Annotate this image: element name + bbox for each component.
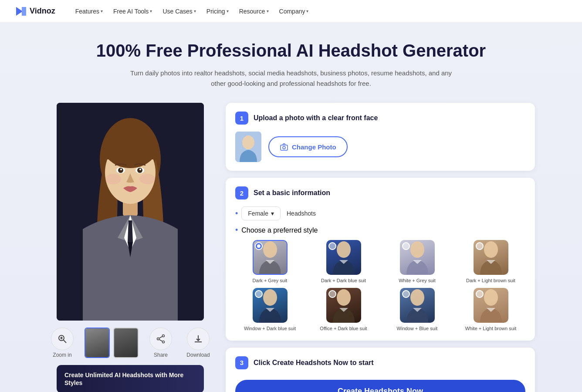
nav-item-company[interactable]: Company ▾ [275, 5, 313, 17]
style-label-7: White + Light brown suit [465, 325, 517, 331]
bullet-icon: • [235, 226, 238, 235]
style-radio-7 [476, 290, 484, 298]
style-item-2[interactable]: White + Grey suit [382, 240, 452, 284]
svg-point-11 [105, 174, 121, 184]
style-label-1: Dark + Dark blue suit [321, 277, 366, 284]
hero-subtitle: Turn daily photos into realtor headshots… [125, 68, 457, 89]
svg-point-28 [263, 241, 277, 258]
svg-point-31 [484, 241, 498, 258]
step3-badge: 3 [235, 356, 248, 369]
style-item-1[interactable]: Dark + Dark blue suit [309, 240, 378, 284]
navbar: Vidnoz Features ▾ Free AI Tools ▾ Use Ca… [0, 0, 582, 23]
chevron-down-icon: ▾ [194, 9, 196, 14]
style-label-0: Dark + Grey suit [253, 277, 288, 284]
hero-title: 100% Free Professional AI Headshot Gener… [9, 40, 573, 61]
svg-point-7 [118, 168, 123, 173]
headshots-label: Headshots [287, 210, 316, 217]
style-item-4[interactable]: Window + Dark blue suit [235, 288, 305, 331]
download-icon [187, 328, 210, 350]
action-bar: Zoom in Share [47, 328, 213, 358]
chevron-down-icon: ▾ [101, 9, 103, 14]
controls-section: 1 Upload a photo with a clear front face… [226, 103, 535, 392]
chevron-down-icon: ▾ [267, 9, 269, 14]
step3-header: 3 Click Create Headshots Now to start [235, 356, 525, 369]
create-headshots-button[interactable]: Create Headshots Now [235, 380, 525, 392]
headshot-image [57, 103, 204, 321]
nav-item-free-ai-tools[interactable]: Free AI Tools ▾ [109, 5, 156, 17]
bullet-icon: • [235, 209, 238, 218]
style-item-6[interactable]: Window + Blue suit [382, 288, 452, 331]
style-section-header: • Choose a preferred style [235, 226, 525, 235]
chevron-down-icon: ▾ [150, 9, 152, 14]
svg-rect-26 [281, 145, 288, 150]
share-icon [149, 328, 172, 350]
nav-item-pricing[interactable]: Pricing ▾ [202, 5, 233, 17]
style-radio-5 [328, 290, 336, 298]
thumbnail-1[interactable] [85, 328, 110, 358]
style-radio-1 [328, 242, 336, 250]
nav-item-resource[interactable]: Resource ▾ [235, 5, 273, 17]
svg-line-20 [159, 337, 162, 338]
step3-title: Click Create Headshots Now to start [254, 359, 374, 367]
style-item-0[interactable]: Dark + Grey suit [235, 240, 305, 284]
svg-point-19 [157, 338, 159, 340]
change-photo-button[interactable]: Change Photo [268, 136, 348, 157]
svg-point-8 [137, 168, 142, 173]
nav-item-use-cases[interactable]: Use Cases ▾ [158, 5, 200, 17]
step1-title: Upload a photo with a clear front face [254, 114, 378, 122]
style-item-5[interactable]: Office + Dark blue suit [309, 288, 378, 331]
style-section-label: Choose a preferred style [241, 226, 318, 234]
svg-point-29 [337, 241, 351, 258]
svg-point-27 [283, 146, 285, 149]
svg-point-32 [263, 289, 277, 306]
logo[interactable]: Vidnoz [14, 5, 55, 18]
zoom-in-button[interactable]: Zoom in [47, 328, 78, 358]
svg-point-25 [242, 135, 254, 149]
photo-section: Zoom in Share [47, 103, 213, 392]
step2-badge: 2 [235, 186, 248, 199]
share-button[interactable]: Share [146, 328, 176, 358]
upload-row: Change Photo [235, 132, 525, 162]
svg-point-18 [162, 341, 165, 343]
download-button[interactable]: Download [183, 328, 213, 358]
gender-row: • Female ▾ Headshots [235, 206, 525, 220]
style-label-2: White + Grey suit [399, 277, 436, 284]
style-radio-4 [255, 290, 263, 298]
style-item-7[interactable]: White + Light brown suit [456, 288, 525, 331]
gender-select[interactable]: Female ▾ [241, 206, 281, 220]
camera-icon [280, 142, 288, 151]
svg-point-9 [120, 169, 122, 170]
step2-title: Set a basic information [254, 189, 330, 197]
avatar-image [235, 132, 261, 162]
style-label-5: Office + Dark blue suit [320, 325, 367, 331]
svg-point-33 [337, 289, 351, 306]
style-item-3[interactable]: Dark + Light brown suit [456, 240, 525, 284]
logo-text: Vidnoz [30, 7, 55, 16]
step2-header: 2 Set a basic information [235, 186, 525, 199]
style-radio-3 [476, 242, 484, 250]
svg-point-12 [139, 174, 155, 184]
style-label-3: Dark + Light brown suit [466, 277, 515, 284]
svg-line-21 [159, 340, 162, 341]
chevron-down-icon: ▾ [271, 210, 274, 217]
step1-card: 1 Upload a photo with a clear front face… [226, 103, 535, 171]
thumbnail-2[interactable] [113, 328, 139, 358]
style-label-6: Window + Blue suit [397, 325, 438, 331]
chevron-down-icon: ▾ [306, 9, 308, 14]
svg-point-30 [410, 241, 424, 258]
svg-point-35 [484, 289, 498, 306]
step3-card: 3 Click Create Headshots Now to start Cr… [226, 348, 535, 392]
style-radio-6 [402, 290, 410, 298]
step1-header: 1 Upload a photo with a clear front face [235, 112, 525, 125]
step1-badge: 1 [235, 112, 248, 125]
photo-frame [57, 103, 204, 321]
svg-point-34 [410, 289, 424, 306]
style-grid: Dark + Grey suit Dark + Dark blue suit [235, 240, 525, 332]
chevron-down-icon: ▾ [227, 9, 229, 14]
svg-point-17 [162, 335, 165, 337]
nav-item-features[interactable]: Features ▾ [71, 5, 107, 17]
thumbnail-row [85, 328, 139, 358]
hero-section: 100% Free Professional AI Headshot Gener… [0, 23, 582, 392]
svg-point-10 [139, 169, 141, 170]
nav-links: Features ▾ Free AI Tools ▾ Use Cases ▾ P… [71, 5, 313, 17]
